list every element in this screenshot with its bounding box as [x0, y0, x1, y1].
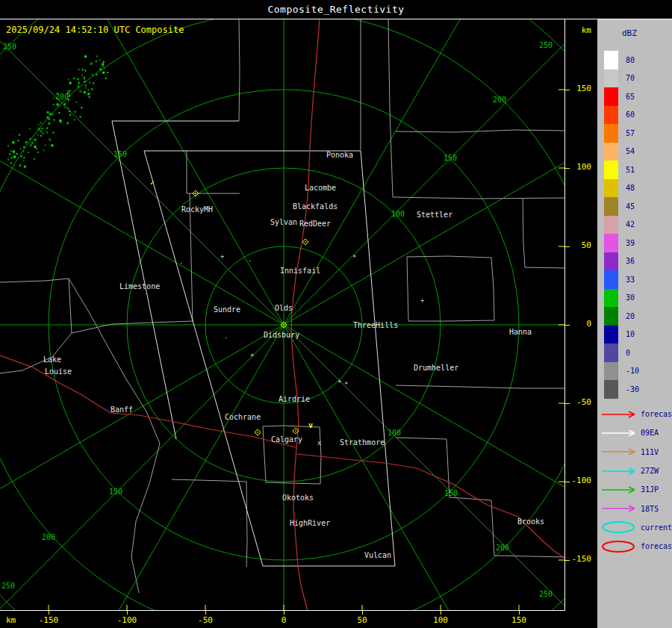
- dbz-scale-row: 20: [604, 307, 639, 326]
- dbz-scale-value: 42: [626, 220, 635, 228]
- city-label: Lacombe: [305, 184, 336, 192]
- echo-pixel: [84, 81, 86, 82]
- axis-tick: [565, 246, 570, 247]
- city-label: Vulcan: [364, 551, 391, 559]
- radar-map-canvas: 2502001502502001501001502002501001502002…: [0, 19, 565, 611]
- echo-pixel: [7, 159, 9, 161]
- echo-pixel: [103, 61, 105, 63]
- azimuth-line: [0, 101, 284, 325]
- county-line: [407, 256, 494, 321]
- storm-track-legend-item: current: [600, 518, 672, 537]
- echo-pixel: [10, 150, 12, 152]
- echo-pixel: [46, 131, 48, 133]
- dbz-scale-value: 20: [626, 312, 635, 320]
- azimuth-line: [0, 325, 284, 549]
- coverage-sector: [112, 121, 239, 439]
- city-label: Stettler: [417, 211, 452, 219]
- right-axis-label: 0: [586, 319, 591, 329]
- range-ring-grid: [0, 19, 565, 611]
- city-label: Louise: [45, 367, 72, 376]
- radar-map[interactable]: 2502001502502001501001502002501001502002…: [0, 19, 565, 611]
- echo-pixel: [89, 81, 90, 83]
- county-line: [172, 479, 247, 567]
- point-marker: ·: [224, 335, 228, 342]
- city-label: ThreeHills: [353, 321, 398, 329]
- track-label: current: [641, 523, 672, 532]
- echo-pixel: [85, 85, 87, 87]
- echo-pixel: [38, 124, 40, 125]
- echo-pixel: [102, 72, 105, 74]
- range-ring-label: 200: [493, 96, 506, 104]
- track-arrow-icon: [600, 483, 639, 497]
- echo-pixel: [102, 63, 104, 65]
- dbz-scale-value: 54: [626, 147, 635, 155]
- right-axis: km 150100500-50-100-150: [565, 19, 597, 611]
- radar-site-dot: [283, 324, 284, 326]
- dbz-scale-value: 30: [626, 293, 635, 302]
- echo-pixel: [58, 105, 60, 107]
- dbz-scale-row: 60: [604, 106, 639, 125]
- bottom-axis-label: -100: [113, 615, 140, 625]
- echo-pixel: [66, 122, 69, 124]
- dbz-color-swatch: [604, 87, 618, 106]
- echo-pixel: [40, 130, 43, 132]
- city-label: Sundre: [214, 305, 240, 314]
- radar-site-dot: [295, 430, 296, 432]
- dbz-scale-row: 70: [604, 69, 639, 88]
- axis-tick: [127, 611, 128, 615]
- yellow-marker: ✓: [150, 178, 155, 187]
- echo-pixel: [22, 151, 24, 152]
- echo-pixel: [19, 134, 20, 136]
- axis-tick: [205, 611, 206, 615]
- city-label: Ponoka: [326, 151, 353, 159]
- city-labels: PonokaLacombeBlackfaldsSylvanRedDeerRock…: [43, 151, 544, 559]
- echo-pixel: [102, 66, 104, 67]
- track-arrow-icon: [600, 464, 639, 478]
- range-ring-label: 250: [539, 41, 553, 49]
- range-ring-label: 150: [109, 488, 122, 496]
- dbz-scale-row: -30: [604, 380, 639, 399]
- dbz-scale-value: 36: [626, 257, 635, 265]
- echo-pixel: [45, 145, 46, 146]
- dbz-scale-value: 39: [626, 239, 635, 247]
- point-marker: *: [344, 381, 348, 388]
- echo-pixel: [36, 148, 37, 149]
- echo-pixel: [96, 55, 98, 57]
- echo-pixel: [28, 152, 29, 153]
- highway-line: [297, 454, 565, 559]
- dbz-scale-value: 80: [626, 56, 635, 64]
- track-arrow-icon: [600, 502, 639, 515]
- dbz-scale-row: 10: [604, 326, 639, 344]
- km-unit-label: km: [582, 25, 591, 35]
- echo-pixel: [29, 128, 31, 129]
- city-label: Banff: [111, 405, 133, 414]
- echo-pixel: [75, 102, 77, 103]
- dbz-scale-row: -10: [604, 362, 639, 381]
- city-label: Innisfail: [280, 267, 320, 275]
- echo-pixel: [92, 74, 93, 75]
- range-ring-label: 150: [444, 489, 458, 497]
- echo-pixel: [34, 139, 36, 141]
- storm-track-legend-item: forecast: [600, 537, 672, 556]
- county-line: [263, 426, 321, 484]
- dbz-scale-value: 45: [626, 202, 635, 211]
- track-label: 18TS: [641, 505, 659, 513]
- dbz-color-swatch: [604, 106, 618, 125]
- bottom-axis-label: 150: [505, 615, 532, 625]
- echo-pixel: [87, 93, 90, 95]
- echo-pixel: [49, 140, 51, 141]
- title-bar: Composite_Reflectivity: [0, 0, 672, 19]
- echo-pixel: [49, 113, 50, 114]
- echo-pixel: [16, 153, 18, 155]
- echo-pixel: [78, 84, 80, 85]
- track-label: 09EA: [641, 429, 659, 437]
- radar-site-dot: [257, 432, 258, 433]
- right-axis-label: 100: [576, 162, 591, 172]
- echo-pixel: [64, 107, 66, 108]
- echo-pixel: [85, 87, 87, 89]
- city-label: Okotoks: [282, 494, 314, 502]
- echo-pixel: [47, 116, 49, 118]
- echo-pixel: [81, 107, 82, 108]
- right-axis-label: -150: [572, 554, 592, 564]
- axis-tick: [565, 325, 570, 326]
